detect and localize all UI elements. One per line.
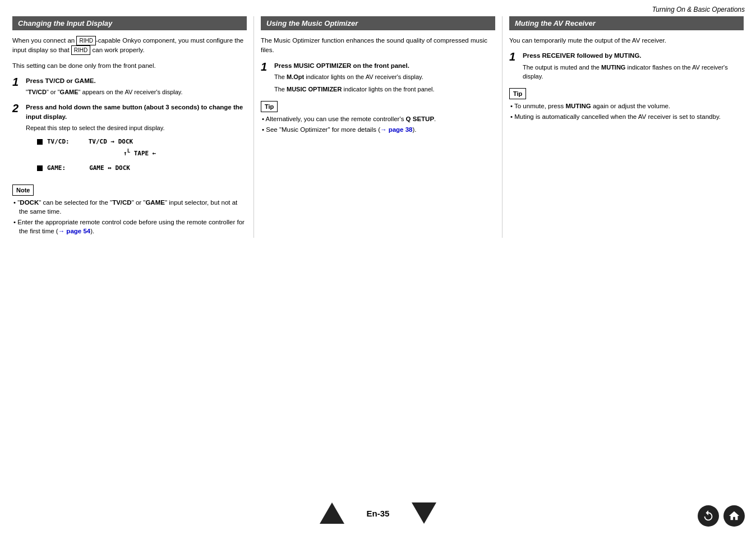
- tip-item-col3-1: To unmute, press MUTING again or adjust …: [509, 102, 744, 110]
- home-icon-button[interactable]: [723, 505, 745, 527]
- section-title-music-optimizer: Using the Music Optimizer: [261, 16, 495, 30]
- diagram-tvcd-flow: TV/CD → DOCK: [89, 137, 133, 147]
- diagram-game-row: GAME: GAME ↔ DOCK: [37, 164, 247, 173]
- note-list: "DOCK" can be selected for the "TV/CD" o…: [12, 198, 247, 236]
- col1-intro2: This setting can be done only from the f…: [12, 61, 247, 71]
- col1-intro1: When you connect an RIHD-capable Onkyo c…: [12, 36, 247, 56]
- diagram-game-label: GAME:: [47, 164, 66, 173]
- diagram-game-flow: GAME ↔ DOCK: [89, 164, 130, 173]
- diagram-game: GAME: GAME ↔ DOCK: [37, 164, 247, 173]
- nav-next-button[interactable]: [412, 502, 436, 524]
- back-icon-button[interactable]: [698, 505, 719, 527]
- step-number-2: 2: [12, 103, 21, 178]
- square-bullet-tvcd: [37, 139, 43, 145]
- note-item-2: Enter the appropriate remote control cod…: [12, 218, 247, 236]
- tip-list-col2: Alternatively, you can use the remote co…: [261, 114, 495, 134]
- nav-prev-button[interactable]: [320, 502, 344, 524]
- page-footer: En-35: [0, 502, 756, 524]
- step-desc-col2-1b: The MUSIC OPTIMIZER indicator lights on …: [274, 85, 495, 94]
- diagram-tvcd-flow2: ↑L TAPE ←: [123, 147, 156, 158]
- column-music-optimizer: Using the Music Optimizer The Music Opti…: [253, 16, 502, 238]
- note-label: Note: [12, 185, 34, 196]
- note-item-1: "DOCK" can be selected for the "TV/CD" o…: [12, 198, 247, 216]
- back-icon: [702, 510, 714, 522]
- diagram-tvcd-row2: ↑L TAPE ←: [37, 147, 247, 158]
- home-icon: [728, 510, 740, 522]
- step-desc-2: Repeat this step to select the desired i…: [26, 123, 247, 133]
- step-1-col1: 1 Press TV/CD or GAME. "TV/CD" or "GAME"…: [12, 76, 247, 97]
- step-title-2: Press and hold down the same button (abo…: [26, 103, 247, 122]
- section-body-col2: The Music Optimizer function enhances th…: [261, 36, 495, 134]
- tip-box-col2: Tip Alternatively, you can use the remot…: [261, 101, 495, 135]
- page-header: Turning On & Basic Operations: [0, 0, 756, 16]
- footer-icons: [698, 505, 745, 527]
- section-title-muting: Muting the AV Receiver: [509, 16, 744, 30]
- diagram-tvcd: TV/CD: TV/CD → DOCK ↑L TAPE ←: [37, 137, 247, 159]
- tip-item-col3-2: Muting is automatically cancelled when t…: [509, 112, 744, 121]
- tip-label-col3: Tip: [509, 88, 526, 100]
- step-desc-col3-1: The output is muted and the MUTING indic…: [523, 63, 744, 81]
- diagram-tvcd-label: TV/CD:: [47, 137, 70, 147]
- step-title-col3-1: Press RECEIVER followed by MUTING.: [523, 51, 744, 61]
- col3-intro: You can temporarily mute the output of t…: [509, 36, 744, 45]
- step-1-col2: 1 Press MUSIC OPTIMIZER on the front pan…: [261, 61, 495, 94]
- col2-intro: The Music Optimizer function enhances th…: [261, 36, 495, 56]
- step-content-col2-1: Press MUSIC OPTIMIZER on the front panel…: [274, 61, 495, 94]
- section-title-changing-input: Changing the Input Display: [12, 16, 247, 30]
- step-title-1: Press TV/CD or GAME.: [26, 76, 247, 86]
- step-content-col3-1: Press RECEIVER followed by MUTING. The o…: [523, 51, 744, 81]
- step-desc-1: "TV/CD" or "GAME" appears on the AV rece…: [26, 87, 247, 97]
- step-1-col3: 1 Press RECEIVER followed by MUTING. The…: [509, 51, 744, 81]
- note-box: Note "DOCK" can be selected for the "TV/…: [12, 185, 247, 236]
- tip-box-col3: Tip To unmute, press MUTING again or adj…: [509, 88, 744, 122]
- page-number: En-35: [367, 509, 390, 518]
- tip-item-col2-1: Alternatively, you can use the remote co…: [261, 114, 495, 123]
- tip-list-col3: To unmute, press MUTING again or adjust …: [509, 102, 744, 121]
- section-body-col1: When you connect an RIHD-capable Onkyo c…: [12, 36, 247, 236]
- step-content-2: Press and hold down the same button (abo…: [26, 103, 247, 178]
- column-muting: Muting the AV Receiver You can temporari…: [502, 16, 750, 238]
- square-bullet-game: [37, 165, 43, 171]
- step-2-col1: 2 Press and hold down the same button (a…: [12, 103, 247, 178]
- step-title-col2-1: Press MUSIC OPTIMIZER on the front panel…: [274, 61, 495, 71]
- step-content-1: Press TV/CD or GAME. "TV/CD" or "GAME" a…: [26, 76, 247, 97]
- step-number-1: 1: [12, 76, 21, 97]
- tip-item-col2-2: See "Music Optimizer" for more details (…: [261, 125, 495, 134]
- diagram-tvcd-row1: TV/CD: TV/CD → DOCK: [37, 137, 247, 147]
- section-body-col3: You can temporarily mute the output of t…: [509, 36, 744, 121]
- step-desc-col2-1a: The M.Opt indicator lights on the AV rec…: [274, 72, 495, 82]
- column-changing-input: Changing the Input Display When you conn…: [6, 16, 253, 238]
- step-number-col3-1: 1: [509, 51, 518, 81]
- tip-label-col2: Tip: [261, 101, 278, 113]
- step-number-col2-1: 1: [261, 61, 270, 94]
- main-content: Changing the Input Display When you conn…: [0, 16, 756, 238]
